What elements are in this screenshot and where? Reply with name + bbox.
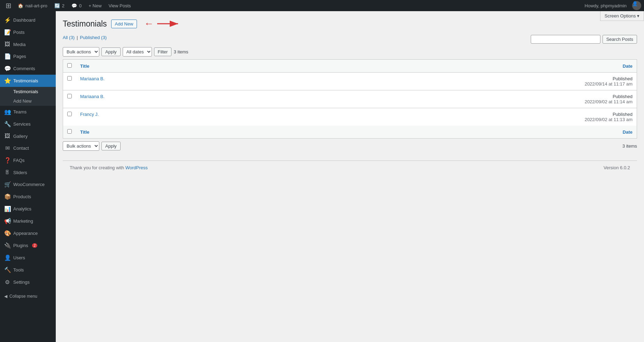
adminbar-right: Howdy, phpmyadmin 👤 (581, 1, 641, 10)
posts-icon: 📝 (4, 29, 10, 36)
table-footer-row: Title Date (63, 126, 637, 139)
sidebar-item-comments[interactable]: 💬 Comments (0, 62, 56, 75)
bulk-actions-select-top[interactable]: Bulk actions (63, 47, 99, 57)
table-row: Mariaana B. Published 2022/09/14 at 11:1… (63, 73, 637, 90)
collapse-icon: ◀ (4, 294, 7, 299)
top-controls-right: Search Posts (531, 35, 637, 44)
apply-button-top[interactable]: Apply (101, 47, 121, 56)
settings-icon: ⚙ (4, 279, 10, 285)
adminbar-updates[interactable]: 🔄 2 (51, 0, 68, 11)
sidebar-item-dashboard[interactable]: ⚡ Dashboard (0, 14, 56, 26)
apply-button-bottom[interactable]: Apply (101, 142, 121, 150)
sidebar-item-faqs[interactable]: ❓ FAQs (0, 154, 56, 166)
wordpress-link[interactable]: WordPress (125, 165, 148, 170)
row-title-cell: Francy J. (76, 108, 574, 126)
sidebar-item-plugins[interactable]: 🔌 Plugins 2 (0, 239, 56, 252)
collapse-menu[interactable]: ◀ Collapse menu (0, 291, 56, 302)
row-title-cell: Mariaana B. (76, 90, 574, 108)
teams-icon: 👥 (4, 109, 10, 115)
title-header[interactable]: Title (76, 60, 574, 73)
date-status: Published (613, 94, 632, 99)
adminbar-site-name[interactable]: 🏠 nail-art-pro (14, 0, 51, 11)
woocommerce-icon: 🛒 (4, 181, 10, 188)
plugins-badge: 2 (32, 243, 38, 248)
row-checkbox[interactable] (67, 76, 72, 81)
wp-logo: ⊞ (3, 1, 14, 10)
post-title-link[interactable]: Mariaana B. (80, 76, 105, 81)
footer-title-header[interactable]: Title (76, 126, 574, 139)
sidebar-item-settings[interactable]: ⚙ Settings (0, 276, 56, 288)
tools-icon: 🔨 (4, 267, 10, 273)
sidebar-item-analytics[interactable]: 📊 Analytics (0, 203, 56, 215)
page-title: Testimonials (63, 19, 107, 29)
sidebar-item-appearance[interactable]: 🎨 Appearance (0, 227, 56, 239)
bulk-actions-select-bottom[interactable]: Bulk actions (63, 141, 99, 151)
post-title-link[interactable]: Francy J. (80, 112, 99, 117)
arrow-annotation: ← (144, 18, 182, 29)
sidebar: ⚡ Dashboard 📝 Posts 🖼 Media 📄 Pages 💬 Co… (0, 11, 56, 342)
date-value: 2022/09/02 at 11:13 am (585, 117, 632, 122)
users-icon: 👤 (4, 254, 10, 261)
sidebar-item-contact[interactable]: ✉ Contact (0, 142, 56, 154)
row-date-cell: Published 2022/09/02 at 11:13 am (574, 108, 637, 126)
add-new-button[interactable]: Add New (111, 20, 137, 28)
sidebar-item-sliders[interactable]: 🎚 Sliders (0, 166, 56, 178)
search-posts-button[interactable]: Search Posts (603, 35, 637, 44)
toolbar-top: Bulk actions Apply All dates Filter 3 it… (63, 47, 188, 57)
toolbar-bottom: Bulk actions Apply 3 items (63, 139, 637, 154)
row-checkbox[interactable] (67, 112, 72, 116)
sidebar-item-gallery[interactable]: 🖼 Gallery (0, 130, 56, 142)
row-checkbox[interactable] (67, 94, 72, 98)
footer-select-all-checkbox[interactable] (67, 129, 72, 134)
sidebar-item-marketing[interactable]: 📢 Marketing (0, 215, 56, 227)
sidebar-sub-add-new[interactable]: Add New (0, 96, 56, 106)
adminbar-view-posts[interactable]: View Posts (105, 0, 135, 11)
adminbar-howdy: Howdy, phpmyadmin (581, 3, 630, 8)
filter-all[interactable]: All (3) (63, 35, 75, 40)
sidebar-item-pages[interactable]: 📄 Pages (0, 50, 56, 62)
sidebar-item-tools[interactable]: 🔨 Tools (0, 264, 56, 276)
adminbar-comments[interactable]: 💬 0 (68, 0, 85, 11)
filter-separator: | (77, 35, 78, 40)
sidebar-item-media[interactable]: 🖼 Media (0, 38, 56, 50)
filter-button[interactable]: Filter (154, 47, 172, 56)
sidebar-item-woocommerce[interactable]: 🛒 WooCommerce (0, 178, 56, 191)
sidebar-item-products[interactable]: 📦 Products (0, 191, 56, 203)
filter-published[interactable]: Published (3) (80, 35, 107, 40)
sidebar-sub-testimonials: Testimonials Add New (0, 87, 56, 106)
sidebar-item-testimonials[interactable]: ⭐ Testimonials (0, 75, 56, 87)
sliders-icon: 🎚 (4, 169, 10, 176)
sidebar-sub-testimonials-main[interactable]: Testimonials (0, 87, 56, 96)
updates-icon: 🔄 (54, 3, 60, 8)
screen-options-button[interactable]: Screen Options ▾ (600, 11, 644, 21)
date-header[interactable]: Date (574, 60, 637, 73)
footer-date-header[interactable]: Date (574, 126, 637, 139)
page-header: Testimonials Add New ← (63, 18, 637, 29)
comments-icon: 💬 (4, 65, 10, 72)
adminbar-new[interactable]: + New (85, 0, 105, 11)
products-icon: 📦 (4, 193, 10, 200)
admin-bar: ⊞ 🏠 nail-art-pro 🔄 2 💬 0 + New View Post… (0, 0, 644, 11)
footer: Thank you for creating with WordPress Ve… (63, 161, 637, 174)
red-arrow-svg (154, 18, 182, 29)
sidebar-item-users[interactable]: 👤 Users (0, 252, 56, 264)
services-icon: 🔧 (4, 121, 10, 127)
top-controls: All (3) | Published (3) Bulk actions App… (63, 35, 637, 57)
row-title-cell: Mariaana B. (76, 73, 574, 90)
table-header-row: Title Date (63, 60, 637, 73)
sidebar-item-teams[interactable]: 👥 Teams (0, 106, 56, 118)
row-date-cell: Published 2022/09/02 at 11:14 am (574, 90, 637, 108)
search-input[interactable] (531, 35, 600, 44)
pages-icon: 📄 (4, 53, 10, 60)
sidebar-item-services[interactable]: 🔧 Services (0, 118, 56, 130)
select-all-checkbox[interactable] (67, 63, 72, 68)
table-body: Mariaana B. Published 2022/09/14 at 11:1… (63, 73, 637, 126)
dates-select[interactable]: All dates (123, 47, 152, 57)
row-checkbox-cell (63, 90, 76, 108)
row-date-cell: Published 2022/09/14 at 11:17 am (574, 73, 637, 90)
items-count-bottom: 3 items (622, 143, 637, 149)
post-title-link[interactable]: Mariaana B. (80, 94, 105, 99)
comments-icon: 💬 (71, 3, 77, 8)
faqs-icon: ❓ (4, 157, 10, 164)
sidebar-item-posts[interactable]: 📝 Posts (0, 26, 56, 38)
